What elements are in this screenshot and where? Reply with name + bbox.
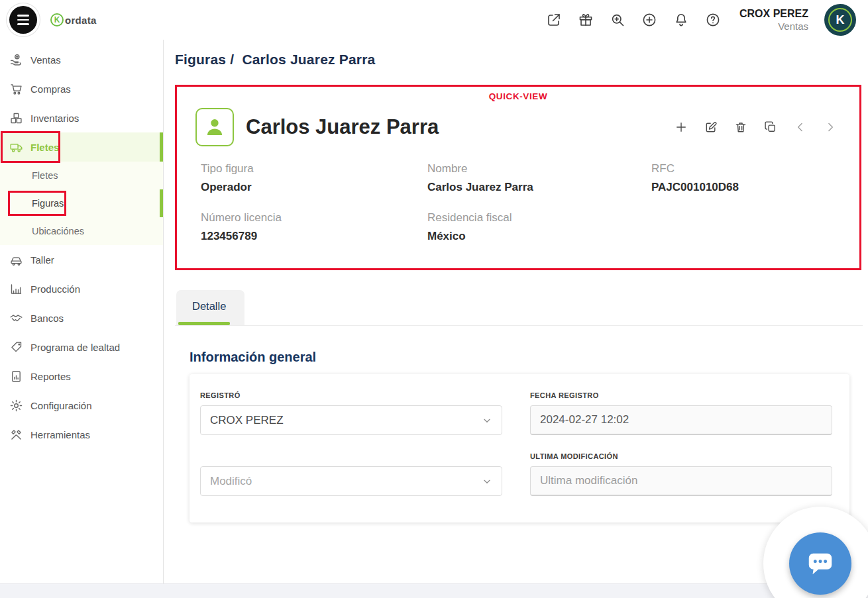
- registro-label: REGISTRÓ: [200, 391, 502, 399]
- sidebar-item-label: Fletes: [30, 142, 59, 153]
- fecha-registro-label: FECHA REGISTRO: [530, 391, 832, 399]
- external-link-icon: [546, 12, 562, 28]
- truck-icon: [9, 140, 23, 154]
- sidebar-subitem-fletes[interactable]: Fletes: [0, 162, 163, 189]
- field-label: RFC: [651, 162, 841, 175]
- notifications-button[interactable]: [673, 12, 689, 28]
- field-label: Nombre: [427, 162, 651, 175]
- search-button[interactable]: [610, 12, 625, 28]
- field-label: Número licencia: [201, 211, 427, 224]
- delete-record-button[interactable]: [734, 121, 747, 134]
- person-icon: [203, 116, 226, 138]
- sidebar-item-lealtad[interactable]: Programa de lealtad: [0, 332, 163, 362]
- field-label: Residencia fiscal: [427, 211, 651, 224]
- sidebar-item-inventarios[interactable]: Inventarios: [0, 103, 163, 132]
- help-button[interactable]: [705, 12, 721, 28]
- sales-icon: [9, 53, 23, 67]
- field-nombre: Nombre Carlos Juarez Parra: [427, 162, 651, 194]
- field-rfc: RFC PAJC001010D68: [651, 162, 841, 194]
- brand-text: ordata: [65, 15, 97, 26]
- sidebar-subitem-figuras[interactable]: Figuras: [0, 189, 163, 217]
- sidebar-subitem-ubicaciones[interactable]: Ubicaciónes: [0, 217, 163, 245]
- bell-icon: [673, 12, 689, 28]
- car-icon: [9, 253, 23, 267]
- add-button[interactable]: [641, 12, 657, 28]
- chat-button[interactable]: [789, 532, 851, 595]
- external-link-button[interactable]: [546, 12, 562, 28]
- field-tipo-figura: Tipo figura Operador: [201, 162, 427, 194]
- gift-button[interactable]: [578, 12, 594, 28]
- registro-value: CROX PEREZ: [210, 414, 284, 427]
- edit-record-button[interactable]: [704, 121, 718, 134]
- user-name: CROX PEREZ: [739, 7, 808, 21]
- copy-icon: [764, 121, 777, 134]
- add-record-button[interactable]: [675, 121, 688, 134]
- field-value: Operador: [201, 181, 427, 194]
- sidebar-item-label: Producción: [30, 283, 80, 295]
- brand-k-icon: K: [50, 13, 64, 26]
- field-numero-licencia: Número licencia 123456789: [201, 211, 427, 243]
- field-value: 123456789: [201, 230, 427, 243]
- registro-field: REGISTRÓ CROX PEREZ: [200, 391, 502, 435]
- edit-icon: [704, 121, 718, 134]
- sidebar-item-label: Inventarios: [30, 113, 79, 124]
- copy-record-button[interactable]: [764, 121, 777, 134]
- cart-icon: [9, 82, 23, 96]
- sidebar: Ventas Compras Inventarios Fletes: [0, 40, 164, 583]
- sidebar-item-compras[interactable]: Compras: [0, 74, 163, 103]
- question-circle-icon: [705, 12, 721, 28]
- ultima-modificacion-input[interactable]: [540, 474, 822, 487]
- avatar-k-icon: K: [836, 13, 845, 27]
- breadcrumb-parent-link[interactable]: Figuras /: [175, 52, 234, 67]
- chat-bubble-icon: [805, 548, 836, 579]
- topbar: K ordata: [0, 0, 868, 40]
- page: K ordata: [0, 0, 868, 598]
- report-icon: [9, 370, 23, 383]
- user-avatar[interactable]: K: [824, 4, 856, 36]
- plus-icon: [675, 121, 688, 134]
- sidebar-item-produccion[interactable]: Producción: [0, 274, 163, 303]
- sidebar-item-label: Herramientas: [30, 429, 90, 440]
- next-record-button[interactable]: [824, 121, 837, 134]
- breadcrumb-current: Carlos Juarez Parra: [242, 52, 375, 67]
- sidebar-item-configuracion[interactable]: Configuración: [0, 391, 163, 420]
- modifico-placeholder: Modificó: [210, 475, 252, 488]
- sidebar-item-taller[interactable]: Taller: [0, 245, 163, 274]
- sidebar-subitem-label: Figuras: [32, 198, 64, 209]
- fecha-registro-input[interactable]: [540, 413, 822, 426]
- previous-record-button[interactable]: [794, 121, 807, 134]
- plus-circle-icon: [641, 12, 657, 28]
- sidebar-item-herramientas[interactable]: Herramientas: [0, 420, 163, 449]
- registro-select[interactable]: CROX PEREZ: [200, 405, 502, 435]
- sidebar-subitem-label: Ubicaciónes: [32, 226, 84, 236]
- hamburger-menu-button[interactable]: [9, 6, 37, 34]
- breadcrumb: Figuras / Carlos Juarez Parra: [175, 52, 863, 68]
- figure-avatar: [195, 108, 234, 146]
- sidebar-item-fletes[interactable]: Fletes: [0, 132, 163, 162]
- sidebar-item-label: Ventas: [30, 54, 61, 66]
- boxes-icon: [9, 111, 23, 125]
- ultima-modificacion-box: [530, 466, 832, 496]
- trash-icon: [734, 121, 747, 134]
- brand-logo: K ordata: [50, 13, 97, 26]
- record-title: Carlos Juarez Parra: [246, 115, 439, 139]
- main-content: Figuras / Carlos Juarez Parra QUICK-VIEW…: [164, 40, 868, 583]
- tab-detalle[interactable]: Detalle: [176, 290, 244, 325]
- sidebar-item-label: Taller: [30, 254, 54, 266]
- sidebar-item-label: Compras: [30, 83, 71, 95]
- ultima-modificacion-field: ULTIMA MODIFICACIÓN: [530, 452, 832, 496]
- search-plus-icon: [610, 12, 625, 28]
- loyalty-tag-icon: [9, 340, 23, 354]
- sidebar-item-ventas[interactable]: Ventas: [0, 45, 163, 74]
- field-value: México: [427, 230, 651, 243]
- sidebar-subitem-label: Fletes: [32, 170, 58, 181]
- modifico-select[interactable]: Modificó: [200, 466, 502, 496]
- fecha-registro-field: FECHA REGISTRO: [530, 391, 832, 435]
- user-role: Ventas: [739, 21, 808, 33]
- chevron-left-icon: [794, 121, 807, 134]
- tools-icon: [9, 428, 23, 442]
- quick-view-card: QUICK-VIEW Carlos Juarez Parra: [175, 85, 861, 270]
- sidebar-item-reportes[interactable]: Reportes: [0, 362, 163, 391]
- user-info: CROX PEREZ Ventas: [739, 7, 808, 33]
- sidebar-item-bancos[interactable]: Bancos: [0, 303, 163, 332]
